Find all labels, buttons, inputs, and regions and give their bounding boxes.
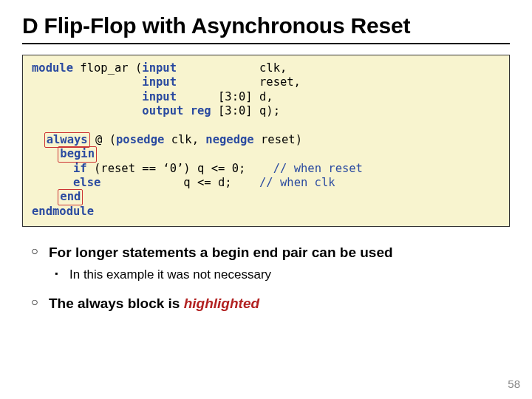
kw-begin: begin [60,147,95,160]
kw-else: else [73,176,100,189]
kw-always: always [47,133,88,146]
code-text [32,104,142,117]
bullet-item: For longer statements a begin end pair c… [22,243,510,262]
code-text: reset, [177,75,301,89]
code-text: clk, [164,133,205,146]
highlight-begin: begin [58,146,97,162]
code-text [32,190,59,203]
code-text [32,147,59,160]
kw-input: input [142,61,177,75]
code-text [32,90,142,103]
comment: // when reset [273,162,363,175]
kw-output-reg: output reg [142,104,211,117]
code-text [32,176,73,189]
code-text [32,162,73,175]
kw-negedge: negedge [205,133,253,146]
comment: // when clk [259,176,335,189]
bullet-list: For longer statements a begin end pair c… [22,243,510,313]
code-text: q <= d; [100,176,259,189]
code-text: [3:0] q); [211,104,280,117]
slide: D Flip-Flop with Asynchronous Reset modu… [0,0,532,399]
code-text [32,133,46,146]
bullet-item: The always block is highlighted [22,294,510,313]
code-text: reset) [254,133,302,146]
kw-input: input [142,90,177,103]
highlight-end: end [58,189,83,205]
kw-posedge: posedge [116,133,164,146]
highlight-always: always [44,132,90,148]
kw-endmodule: endmodule [32,205,94,218]
code-text: clk, [177,61,287,75]
slide-title: D Flip-Flop with Asynchronous Reset [22,13,510,44]
bullet-text: The always block is [49,296,184,311]
code-text [32,75,142,89]
code-text: flop_ar ( [73,61,142,75]
bullet-subitem: In this example it was not necessary [22,267,510,284]
code-text: (reset == ‘0’) q <= 0; [87,162,273,175]
page-number: 58 [508,378,520,390]
bullet-emphasis: highlighted [184,296,259,311]
kw-if: if [73,162,87,175]
kw-input: input [142,75,177,89]
code-text: @ ( [89,133,116,146]
kw-end: end [60,190,81,203]
code-block: module flop_ar (input clk, input reset, … [22,55,510,227]
kw-module: module [32,61,73,75]
code-text: [3:0] d, [177,90,273,103]
